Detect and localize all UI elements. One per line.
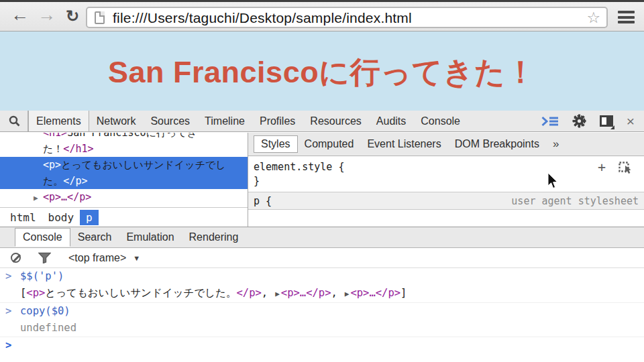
result-undefined: undefined (5, 320, 76, 336)
result-collapsed-p: <p>…</p> (350, 287, 400, 299)
tab-label: Elements (36, 115, 81, 127)
drawer-tab-bar: Console Search Emulation Rendering (0, 227, 644, 248)
gear-icon[interactable] (572, 114, 586, 128)
breadcrumb-html[interactable]: html (4, 210, 42, 225)
p-close-tag: </p> (63, 175, 87, 187)
frame-selector-label: <top frame> (68, 252, 126, 264)
breadcrumb-body[interactable]: body (42, 210, 80, 225)
filter-icon[interactable] (38, 252, 51, 263)
element-style-open: element.style { (254, 160, 639, 174)
chevron-down-icon: ▼ (133, 254, 140, 262)
tab-drawer-emulation[interactable]: Emulation (119, 229, 181, 246)
result-p-close: </p> (237, 287, 262, 299)
tab-overflow-icon[interactable]: » (553, 137, 559, 151)
styles-sidebar: Styles Computed Event Listeners DOM Brea… (248, 133, 644, 227)
tab-resources[interactable]: Resources (303, 111, 368, 131)
screenshot-root: ← → ↻ file:///Users/taguchi/Desktop/samp… (0, 0, 644, 362)
console-command[interactable]: > copy($0) (0, 302, 644, 320)
breadcrumb: html body p (0, 207, 248, 227)
command-chevron-icon: > (5, 269, 20, 284)
user-agent-rule[interactable]: p { user agent stylesheet (248, 192, 644, 210)
browser-toolbar: ← → ↻ file:///Users/taguchi/Desktop/samp… (0, 0, 644, 32)
sidebar-tab-bar: Styles Computed Event Listeners DOM Brea… (248, 133, 644, 156)
selected-line-1: <p>とってもおいしいサンドイッチでし (0, 157, 248, 173)
prompt-chevron-icon: > (5, 338, 20, 353)
page-viewport: San Franciscoに行ってきた！ (0, 32, 644, 111)
tab-console[interactable]: Console (413, 111, 468, 131)
element-style-rule[interactable]: element.style { } + (248, 156, 644, 191)
tab-drawer-search[interactable]: Search (70, 229, 119, 246)
tab-dom-breakpoints[interactable]: DOM Breakpoints (448, 136, 546, 152)
tab-event-listeners[interactable]: Event Listeners (360, 136, 447, 152)
p-text-1: とってもおいしいサンドイッチでし (61, 159, 226, 171)
command-text: $$('p') (20, 269, 64, 284)
rule-origin: user agent stylesheet (511, 195, 639, 207)
tab-label: Network (97, 115, 136, 127)
elements-panel: <h1>San Franciscoに行ってき た！</h1> <p>とってもおい… (0, 133, 248, 227)
expand-arrow-icon[interactable]: ▶ (274, 290, 281, 298)
tab-drawer-rendering[interactable]: Rendering (182, 229, 246, 246)
console-drawer-icon[interactable] (541, 116, 559, 127)
dom-node-h1-open[interactable]: <h1>San Franciscoに行ってき (0, 133, 248, 141)
address-bar[interactable]: file:///Users/taguchi/Desktop/sample/ind… (86, 7, 608, 28)
frame-selector[interactable]: <top frame> ▼ (68, 252, 140, 264)
console-prompt[interactable]: > (0, 337, 644, 354)
result-array: [<p>とってもおいしいサンドイッチでした。</p>,▶<p>…</p>,▶<p… (5, 286, 407, 302)
command-text: copy($0) (20, 304, 70, 319)
close-icon[interactable]: × (627, 114, 635, 128)
tab-label: Audits (376, 115, 406, 127)
chrome-menu-icon[interactable] (618, 11, 635, 23)
tab-profiles[interactable]: Profiles (252, 111, 303, 131)
tab-styles[interactable]: Styles (254, 135, 298, 153)
bracket: [ (20, 287, 26, 299)
tab-timeline[interactable]: Timeline (197, 111, 252, 131)
page-title: San Franciscoに行ってきた！ (0, 57, 644, 87)
comma: , (331, 287, 337, 299)
rule-selector: p { (254, 195, 272, 207)
element-style-close: } (254, 174, 639, 188)
result-p-open: <p> (26, 287, 45, 299)
url-text[interactable]: file:///Users/taguchi/Desktop/sample/ind… (113, 10, 412, 26)
bookmark-star-icon[interactable]: ☆ (586, 9, 600, 27)
bracket: ] (400, 287, 407, 299)
tab-audits[interactable]: Audits (369, 111, 413, 131)
dom-node-p-selected[interactable]: <p>とってもおいしいサンドイッチでし た。</p> (0, 157, 248, 189)
console-log: > $$('p') [<p>とってもおいしいサンドイッチでした。</p>,▶<p… (0, 268, 644, 354)
console-toolbar: <top frame> ▼ (0, 248, 644, 268)
p-text-2: た。 (43, 175, 63, 187)
clear-console-icon[interactable] (11, 253, 21, 263)
back-icon[interactable]: ← (11, 5, 29, 25)
console-result[interactable]: [<p>とってもおいしいサンドイッチでした。</p>,▶<p>…</p>,▶<p… (0, 285, 644, 302)
collapsed-p-tag: <p>…</p> (43, 191, 91, 203)
h1-open-tag: <h1> (43, 133, 67, 139)
p-open-tag: <p> (43, 159, 61, 171)
tab-label: Resources (310, 115, 361, 127)
dom-node-h1-close[interactable]: た！</h1> (0, 141, 248, 157)
console-result[interactable]: undefined (0, 320, 644, 337)
search-icon[interactable] (9, 115, 20, 127)
forward-icon[interactable]: → (38, 5, 56, 25)
breadcrumb-p[interactable]: p (80, 210, 99, 225)
h1-text: San Franciscoに行ってき (67, 133, 197, 139)
h1-close-tag: </h1> (63, 143, 93, 155)
tab-elements[interactable]: Elements (28, 111, 89, 131)
dom-node-p-collapsed[interactable]: ▶<p>…</p> (0, 189, 248, 206)
devtools-toolbar: Elements Network Sources Timeline Profil… (0, 111, 644, 132)
comma: , (262, 287, 268, 299)
dock-side-icon[interactable] (600, 115, 613, 127)
command-chevron-icon: > (5, 304, 20, 319)
tab-network[interactable]: Network (89, 111, 144, 131)
reload-icon[interactable]: ↻ (66, 7, 79, 25)
expand-arrow-icon[interactable]: ▶ (343, 290, 351, 298)
element-state-icon[interactable] (619, 162, 633, 174)
mouse-cursor (547, 173, 559, 189)
tab-computed[interactable]: Computed (298, 136, 361, 152)
expand-arrow-icon[interactable]: ▶ (34, 190, 43, 206)
tab-drawer-console[interactable]: Console (15, 228, 70, 247)
tab-label: Console (421, 115, 460, 127)
page-document-icon (95, 11, 105, 24)
new-style-rule-icon[interactable]: + (598, 160, 606, 174)
console-command[interactable]: > $$('p') (0, 268, 644, 285)
tab-label: Sources (150, 115, 190, 127)
tab-sources[interactable]: Sources (143, 111, 197, 131)
